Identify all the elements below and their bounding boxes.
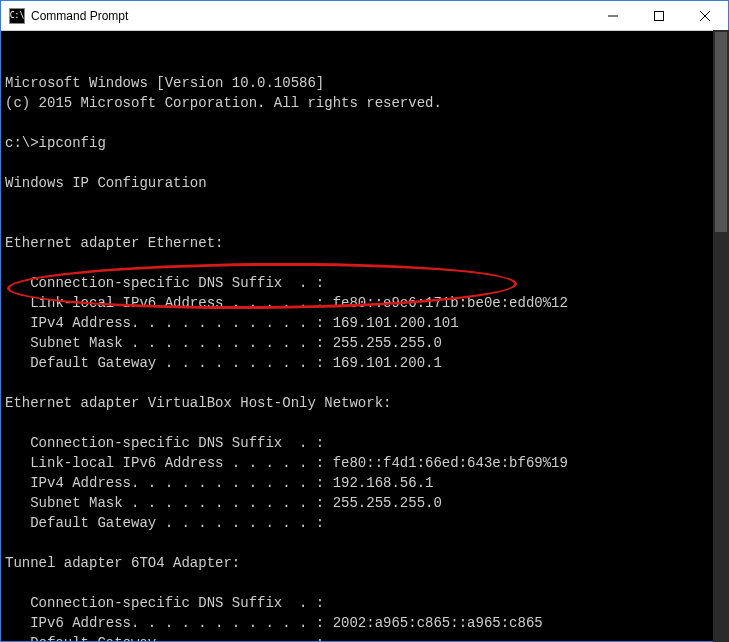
terminal-line: Connection-specific DNS Suffix . :	[5, 593, 724, 613]
terminal-line	[5, 573, 724, 593]
terminal-line: IPv4 Address. . . . . . . . . . . : 169.…	[5, 313, 724, 333]
terminal-output[interactable]: Microsoft Windows [Version 10.0.10586](c…	[1, 31, 728, 641]
terminal-line: Default Gateway . . . . . . . . . :	[5, 633, 724, 641]
window-title: Command Prompt	[31, 9, 590, 23]
cmd-icon: C:\	[9, 8, 25, 24]
terminal-line	[5, 373, 724, 393]
window-controls	[590, 1, 728, 30]
terminal-line	[5, 213, 724, 233]
titlebar: C:\ Command Prompt	[1, 1, 728, 31]
terminal-line	[5, 253, 724, 273]
scrollbar-vertical[interactable]	[713, 30, 729, 642]
terminal-line: Connection-specific DNS Suffix . :	[5, 433, 724, 453]
terminal-line: Ethernet adapter VirtualBox Host-Only Ne…	[5, 393, 724, 413]
terminal-line	[5, 413, 724, 433]
terminal-line: Default Gateway . . . . . . . . . :	[5, 513, 724, 533]
terminal-line: Tunnel adapter 6TO4 Adapter:	[5, 553, 724, 573]
terminal-line: Link-local IPv6 Address . . . . . : fe80…	[5, 293, 724, 313]
terminal-line: Subnet Mask . . . . . . . . . . . : 255.…	[5, 333, 724, 353]
maximize-icon	[654, 11, 664, 21]
svg-rect-1	[655, 11, 664, 20]
terminal-line: Link-local IPv6 Address . . . . . : fe80…	[5, 453, 724, 473]
close-icon	[700, 11, 710, 21]
terminal-line: (c) 2015 Microsoft Corporation. All righ…	[5, 93, 724, 113]
terminal-line: Subnet Mask . . . . . . . . . . . : 255.…	[5, 493, 724, 513]
terminal-line: c:\>ipconfig	[5, 133, 724, 153]
close-button[interactable]	[682, 1, 728, 30]
terminal-line	[5, 153, 724, 173]
terminal-line: Ethernet adapter Ethernet:	[5, 233, 724, 253]
terminal-line: Connection-specific DNS Suffix . :	[5, 273, 724, 293]
terminal-line: Microsoft Windows [Version 10.0.10586]	[5, 73, 724, 93]
minimize-button[interactable]	[590, 1, 636, 30]
scrollbar-thumb[interactable]	[715, 32, 727, 232]
maximize-button[interactable]	[636, 1, 682, 30]
terminal-line: IPv4 Address. . . . . . . . . . . : 192.…	[5, 473, 724, 493]
terminal-line	[5, 533, 724, 553]
terminal-line: IPv6 Address. . . . . . . . . . . : 2002…	[5, 613, 724, 633]
terminal-line: Windows IP Configuration	[5, 173, 724, 193]
terminal-line: Default Gateway . . . . . . . . . : 169.…	[5, 353, 724, 373]
terminal-line	[5, 113, 724, 133]
terminal-line	[5, 193, 724, 213]
minimize-icon	[608, 11, 618, 21]
